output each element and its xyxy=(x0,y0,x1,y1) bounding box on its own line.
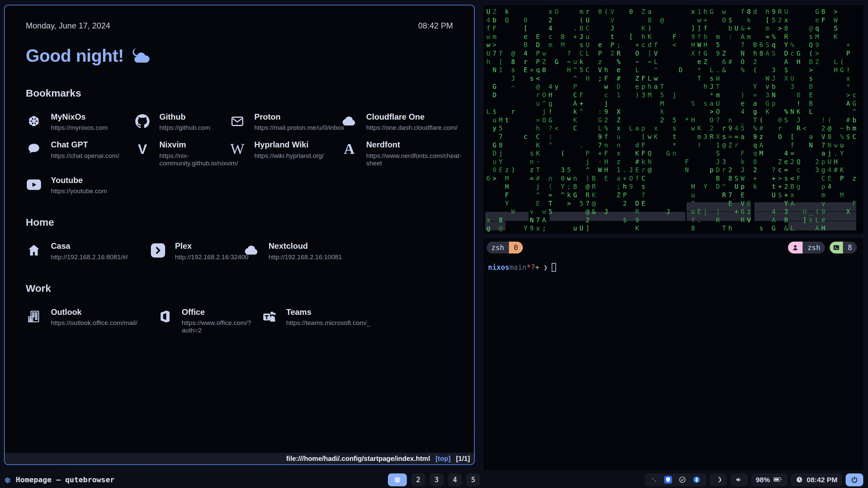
bookmark-url: https://nix-community.github.io/nixvim/ xyxy=(159,152,238,167)
bookmark-url: https://mail.proton.me/u/0/inbox xyxy=(254,124,344,131)
bookmark-name: MyNixOs xyxy=(51,113,108,121)
plex-icon xyxy=(150,242,166,259)
prompt-git-unstaged: *? xyxy=(527,263,535,271)
bookmark-link[interactable]: Teamshttps://teams.microsoft.com/_ xyxy=(261,308,453,334)
check-circle-icon[interactable] xyxy=(678,476,686,484)
bookmark-url: https://github.com xyxy=(159,124,210,131)
bookmark-link[interactable]: ANerdfonthttps://www.nerdfonts.com/cheat… xyxy=(341,140,461,167)
bookmark-name: Youtube xyxy=(51,176,107,185)
bookmark-link[interactable]: Youtubehttps://youtube.com xyxy=(26,176,134,195)
matrix-rain-row: 7 c C : 9f u [wK t m3RXs==a 9z O [ a V8 … xyxy=(485,133,862,141)
bookmark-url: http://192.168.2.16:10081 xyxy=(269,253,342,261)
shell-prompt: nixos main *? + ❯ xyxy=(488,263,864,272)
bookmark-link[interactable]: WHyprland Wikihttps://wiki.hyprland.org/ xyxy=(229,140,341,167)
matrix-rain-row: Y E T > 5?@ 2 DE ^ E VE YA v F xyxy=(485,199,862,208)
building-icon xyxy=(26,308,42,325)
section-title: Work xyxy=(26,283,453,294)
moon-cloud-icon xyxy=(130,48,150,63)
tmux-right-modules: zsh 8 xyxy=(788,242,857,253)
house-icon xyxy=(26,242,42,259)
greeting-text: Good night! xyxy=(26,45,124,66)
bookmark-link[interactable]: Githubhttps://github.com xyxy=(134,113,229,131)
bookmark-link[interactable]: Protonhttps://mail.proton.me/u/0/inbox xyxy=(229,113,341,131)
youtube-icon xyxy=(26,177,42,193)
bookmark-url: https://teams.microsoft.com/_ xyxy=(286,319,370,327)
battery-percent: 98% xyxy=(756,476,770,484)
vim-icon: V xyxy=(134,141,151,157)
bookmark-name: Proton xyxy=(254,113,344,121)
qutebrowser-window: Monday, June 17, 2024 08:42 PM Good nigh… xyxy=(4,5,475,465)
matrix-rain-row: H j ( Y;B @R ;h9 s H Y D^ Up k t+2Bg p4 xyxy=(485,182,862,191)
tmux-window-pill[interactable]: zsh 0 xyxy=(487,242,523,253)
greeting-title: Good night! xyxy=(26,45,453,66)
matrix-rain-row: D rOH CF c 1 )3M 5 j *m ) = 3N 0 E >c xyxy=(485,91,862,99)
matrix-rain-row: 6> M =# n 0wn )B E a+OfC B 8SW + +>s<F C… xyxy=(485,174,862,183)
matrix-rain-row: U7f @ 4 Pw ? CL P 2R O [V X!G 9Z N h8AS … xyxy=(485,49,862,58)
workspace-4[interactable]: 4 xyxy=(448,473,462,486)
clock-text: 08:42 PM xyxy=(807,476,837,484)
workspace-2[interactable]: 2 xyxy=(411,473,425,486)
bookmark-name: Office xyxy=(182,308,261,317)
night-light-module[interactable] xyxy=(710,473,727,486)
bluetooth-icon[interactable] xyxy=(693,476,701,484)
terminal-matrix-window[interactable]: UZ k xO mr 0(V 0 Za x1hG w f8d h9RU GB >… xyxy=(483,4,864,234)
bookmark-link[interactable]: VNixvimhttps://nix-community.github.io/n… xyxy=(134,140,229,167)
volume-module[interactable] xyxy=(730,473,748,486)
bookmark-name: Nerdfont xyxy=(366,140,461,149)
tmux-user-label: zsh xyxy=(803,242,825,253)
bookmark-name: Casa xyxy=(51,242,128,250)
bookmark-link[interactable]: ❆MyNixOshttps://mynixos.com xyxy=(26,113,134,131)
prompt-git-staged: + xyxy=(535,263,539,271)
matrix-rain-row: G8 K ^ . 7n n dF * ! 1@Zr qA f N 7Nwu xyxy=(485,141,862,149)
bookmark-name: Hyprland Wiki xyxy=(254,140,324,149)
bookmark-link[interactable]: Officehttps://www.office.com/?auth=2 xyxy=(157,308,261,334)
section-title: Bookmarks xyxy=(26,87,453,99)
matrix-rain-row: fF [ 4 .BC J K) ]]f bU&+ m >8 @q S xyxy=(485,24,862,33)
bookmark-name: Plex xyxy=(175,242,249,250)
clock-module[interactable]: 08:42 PM xyxy=(791,473,842,486)
matrix-rain-row: L$ r j! k^ :9 X k >O 4 g K %NK L ^ xyxy=(485,107,862,116)
bookmark-link[interactable]: Chat GPThttps://chat.openai.com/ xyxy=(26,140,134,167)
bookmark-link[interactable]: Nextcloudhttp://192.168.2.16:10081 xyxy=(243,242,453,261)
bookmark-name: Cloudflare One xyxy=(366,113,457,121)
qutebrowser-statusbar: file:///home/hadi/.config/startpage/inde… xyxy=(5,453,474,464)
user-icon xyxy=(788,242,803,253)
bookmark-url: https://outlook.office.com/mail/ xyxy=(51,319,137,327)
bookmark-url: http://192.168.2.16:32400 xyxy=(175,253,249,261)
workspace-3[interactable]: 3 xyxy=(430,473,443,486)
tmux-session-pill: 8 xyxy=(830,242,857,253)
waybar-window-title-module: ❆ Homepage — qutebrowser xyxy=(5,475,115,484)
bookmark-name: Nextcloud xyxy=(269,242,342,250)
cloud-icon xyxy=(341,113,357,129)
bookmark-url: https://wiki.hyprland.org/ xyxy=(254,152,324,160)
section-home: HomeCasahttp://192.168.2.16:8081/#/Plexh… xyxy=(26,217,453,261)
waybar: ❆ Homepage — qutebrowser 2345 98% xyxy=(0,471,868,488)
section-work: WorkOutlookhttps://outlook.office.com/ma… xyxy=(26,283,453,334)
matrix-rain-row: Dj sK ( P +F x KFQ Gn S F qM 4= aj.Y xyxy=(485,149,862,158)
bookmark-url: http://192.168.2.16:8081/#/ xyxy=(51,253,128,261)
battery-charging-icon xyxy=(773,477,783,483)
sync-arrows-icon[interactable] xyxy=(650,476,658,484)
workspace-5[interactable]: 5 xyxy=(466,473,480,486)
bookmark-link[interactable]: Cloudflare Onehttps://one.dash.cloudflar… xyxy=(341,113,461,131)
bookmark-url: https://youtube.com xyxy=(51,187,107,195)
matrix-rain-row: wm e E c 8 +Ju t [ hK F 9fb m : Am =% R … xyxy=(485,33,862,41)
bookmark-link[interactable]: Outlookhttps://outlook.office.com/mail/ xyxy=(26,308,157,334)
chat-icon xyxy=(26,141,42,157)
battery-module[interactable]: 98% xyxy=(751,473,787,486)
shield-icon[interactable] xyxy=(664,476,672,484)
terminal-shell-window[interactable]: zsh 0 zsh 8 nixos main *? + ❯ xyxy=(483,237,864,471)
workspace-1-active[interactable] xyxy=(388,473,407,486)
matrix-rain-row: 4b Q 0 2 (U V B @ w+ O$ k [52x eF W xyxy=(485,16,862,24)
time-text: 08:42 PM xyxy=(418,21,453,30)
bookmark-link[interactable]: Plexhttp://192.168.2.16:32400 xyxy=(150,242,243,261)
bookmark-link[interactable]: Casahttp://192.168.2.16:8081/#/ xyxy=(26,242,150,261)
tmux-statusbar: zsh 0 zsh 8 xyxy=(483,238,864,253)
active-workspace-indicator xyxy=(395,477,400,483)
tmux-user-pill: zsh xyxy=(788,242,825,253)
power-button[interactable] xyxy=(846,473,863,486)
startpage-header: Monday, June 17, 2024 08:42 PM xyxy=(26,21,453,30)
bookmark-name: Teams xyxy=(286,308,370,317)
date-text: Monday, June 17, 2024 xyxy=(26,21,110,30)
matrix-rain-row: u^g A+ j M S saU e a Gp ! B AG xyxy=(485,99,862,108)
